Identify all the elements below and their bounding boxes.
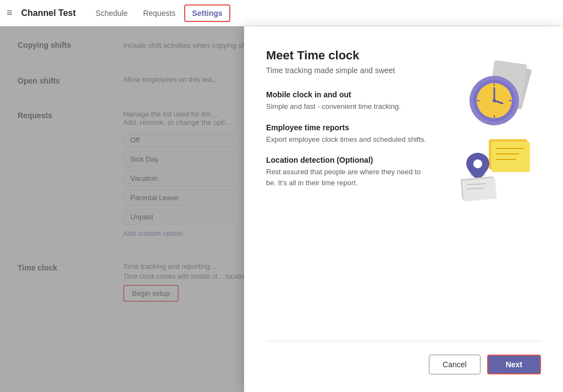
illustration-container: [448, 59, 536, 202]
app-title: Channel Test: [21, 8, 76, 18]
feature-location-detection-desc: Rest assured that people are where they …: [266, 167, 429, 188]
feature-mobile-clock: Mobile clock in and out Simple and fast …: [266, 90, 429, 112]
feature-mobile-clock-desc: Simple and fast - convenient time tracki…: [266, 101, 429, 112]
tab-settings[interactable]: Settings: [184, 4, 230, 22]
modal-text-section: Meet Time clock Time tracking made simpl…: [266, 48, 429, 332]
modal-overlay: Meet Time clock Time tracking made simpl…: [0, 26, 563, 392]
modal-body: Meet Time clock Time tracking made simpl…: [266, 48, 541, 332]
time-clock-modal: Meet Time clock Time tracking made simpl…: [244, 26, 563, 392]
hamburger-icon[interactable]: ≡: [7, 7, 13, 19]
tab-requests[interactable]: Requests: [136, 5, 182, 21]
feature-employee-reports-desc: Export employee clock times and schedule…: [266, 134, 429, 145]
tab-schedule[interactable]: Schedule: [89, 5, 134, 21]
svg-rect-13: [492, 142, 530, 172]
cancel-button[interactable]: Cancel: [429, 355, 481, 374]
modal-subtitle: Time tracking made simple and sweet: [266, 66, 429, 75]
svg-rect-20: [462, 178, 496, 201]
main-content: Copying shifts Include shift activities …: [0, 26, 563, 392]
feature-mobile-clock-title: Mobile clock in and out: [266, 90, 429, 99]
top-bar: ≡ Channel Test Schedule Requests Setting…: [0, 0, 563, 26]
nav-tabs: Schedule Requests Settings: [89, 4, 230, 22]
next-button[interactable]: Next: [487, 355, 541, 374]
feature-location-detection: Location detection (Optional) Rest assur…: [266, 156, 429, 188]
modal-footer: Cancel Next: [266, 341, 541, 374]
svg-point-18: [473, 159, 482, 168]
feature-location-detection-title: Location detection (Optional): [266, 156, 429, 164]
svg-point-7: [493, 99, 496, 102]
feature-employee-reports: Employee time reports Export employee cl…: [266, 123, 429, 145]
modal-title: Meet Time clock: [266, 48, 429, 63]
modal-illustration: [442, 48, 541, 332]
feature-employee-reports-title: Employee time reports: [266, 123, 429, 132]
